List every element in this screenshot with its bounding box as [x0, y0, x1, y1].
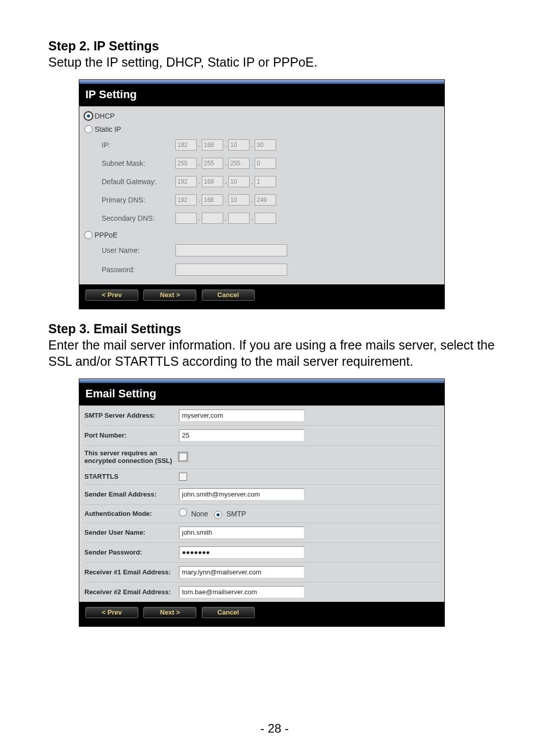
ssl-label: This server requires an encrypted connec… [84, 449, 179, 465]
gateway-octet-4[interactable]: 1 [255, 176, 276, 187]
receiver2-input[interactable]: tom.bae@mailserver.com [179, 586, 304, 598]
sdns-octet-3[interactable] [228, 213, 250, 224]
pppoe-username-input[interactable] [175, 244, 287, 256]
gateway-octet-1[interactable]: 192 [175, 176, 197, 187]
sdns-octet-2[interactable] [202, 213, 223, 224]
sender-user-input[interactable]: john.smith [179, 527, 304, 539]
ip-octet-1[interactable]: 192 [175, 139, 197, 151]
sender-email-label: Sender Email Address: [84, 490, 179, 498]
next-button[interactable]: Next > [143, 289, 196, 301]
starttls-label: STARTTLS [84, 473, 179, 480]
sender-user-label: Sender User Name: [84, 529, 179, 536]
sdns-octet-4[interactable] [255, 213, 276, 224]
sender-password-input[interactable]: ●●●●●●● [179, 546, 304, 559]
pdns-field-label: Primary DNS: [102, 196, 175, 204]
auth-none-label: None [191, 510, 208, 518]
auth-smtp-label: SMTP [226, 510, 246, 518]
receiver1-label: Receiver #1 Email Address: [84, 568, 179, 576]
cancel-button[interactable]: Cancel [202, 607, 255, 618]
sdns-octet-1[interactable] [175, 213, 197, 224]
cancel-button[interactable]: Cancel [202, 289, 255, 301]
step2-heading: Step 2. IP Settings [48, 39, 501, 53]
gateway-field-label: Default Gateway: [102, 178, 175, 186]
port-label: Port Number: [84, 431, 179, 439]
next-button[interactable]: Next > [143, 607, 196, 618]
sender-email-input[interactable]: john.smith@myserver.com [179, 488, 304, 501]
dhcp-radio[interactable] [84, 112, 93, 120]
subnet-octet-2[interactable]: 255 [202, 158, 223, 169]
ip-panel-title: IP Setting [79, 84, 444, 106]
auth-none-radio[interactable] [179, 508, 187, 516]
email-panel-title: Email Setting [79, 383, 444, 405]
smtp-input[interactable]: myserver.com [179, 410, 304, 422]
pdns-octet-1[interactable]: 192 [175, 194, 197, 206]
receiver2-label: Receiver #2 Email Address: [84, 588, 179, 596]
auth-mode-label: Authentication Mode: [84, 510, 179, 517]
port-input[interactable]: 25 [179, 429, 304, 442]
dhcp-label: DHCP [95, 112, 115, 120]
ip-setting-panel: IP Setting DHCP Static IP IP: 192. 168. [79, 79, 445, 309]
ip-octet-2[interactable]: 168 [202, 139, 223, 151]
pppoe-radio[interactable] [84, 231, 93, 239]
step3-description: Enter the mail server information. If yo… [48, 337, 501, 369]
pdns-octet-4[interactable]: 249 [255, 194, 276, 206]
smtp-label: SMTP Server Address: [84, 412, 179, 419]
pppoe-username-label: User Name: [102, 246, 175, 254]
ip-octet-4[interactable]: 30 [255, 139, 276, 151]
step3-heading: Step 3. Email Settings [48, 322, 501, 336]
ip-field-label: IP: [102, 141, 175, 149]
static-ip-radio[interactable] [84, 125, 93, 133]
subnet-octet-1[interactable]: 255 [175, 158, 197, 169]
panel-top-bar [79, 80, 444, 84]
step2-description: Setup the IP setting, DHCP, Static IP or… [48, 54, 501, 70]
gateway-octet-3[interactable]: 10 [228, 176, 250, 187]
panel-top-bar [79, 379, 444, 383]
prev-button[interactable]: < Prev [85, 607, 138, 618]
pppoe-password-input[interactable] [175, 264, 287, 276]
sdns-field-label: Secondary DNS: [102, 214, 175, 222]
sender-password-label: Sender Password: [84, 548, 179, 556]
ip-octet-3[interactable]: 10 [228, 139, 250, 151]
pdns-octet-3[interactable]: 10 [228, 194, 250, 206]
subnet-octet-3[interactable]: 255 [228, 158, 250, 169]
page-number: - 28 - [0, 721, 549, 736]
starttls-checkbox[interactable] [179, 473, 187, 481]
gateway-octet-2[interactable]: 168 [202, 176, 223, 187]
auth-smtp-radio[interactable] [214, 511, 222, 519]
ssl-checkbox[interactable] [179, 453, 187, 461]
pppoe-label: PPPoE [95, 231, 117, 239]
pppoe-password-label: Password: [102, 266, 175, 274]
email-setting-panel: Email Setting SMTP Server Address: myser… [79, 379, 445, 627]
pdns-octet-2[interactable]: 168 [202, 194, 223, 206]
prev-button[interactable]: < Prev [85, 289, 138, 301]
static-ip-label: Static IP [95, 125, 121, 133]
subnet-octet-4[interactable]: 0 [255, 158, 276, 169]
receiver1-input[interactable]: mary.lynn@mailserver.com [179, 566, 304, 578]
subnet-field-label: Subnet Mask: [102, 159, 175, 167]
